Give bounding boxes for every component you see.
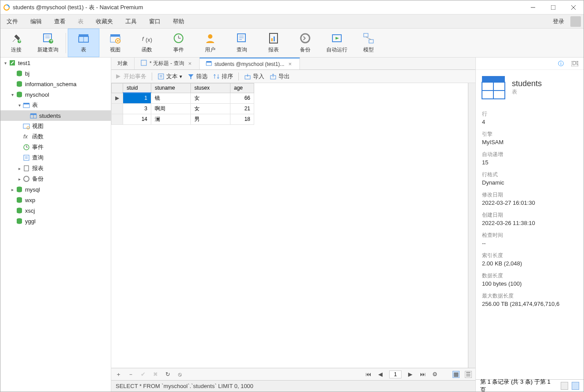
tree-node-test1[interactable]: ▾test1	[0, 58, 111, 68]
cell-age[interactable]: 66	[230, 93, 254, 103]
toolbar-fx-button[interactable]: f(x)函数	[131, 29, 163, 57]
menu-编辑[interactable]: 编辑	[24, 15, 48, 28]
tree-node-wxp[interactable]: wxp	[0, 195, 111, 205]
prev-page-button[interactable]: ◀	[377, 371, 384, 378]
cell-stusex[interactable]: 男	[191, 114, 230, 124]
toolbar-table-button[interactable]: 表	[68, 29, 99, 57]
toolbar-view-button[interactable]: 视图	[99, 29, 131, 57]
settings-button[interactable]: ⚙	[431, 371, 438, 378]
close-button[interactable]	[563, 0, 584, 14]
tree-node-students[interactable]: students	[0, 110, 111, 121]
login-button[interactable]: 登录	[548, 15, 569, 28]
ddl-icon[interactable]: DDL	[571, 60, 578, 67]
cell-stuid[interactable]: 14	[123, 114, 151, 124]
menu-表[interactable]: 表	[72, 15, 90, 28]
refresh-button[interactable]: ↻	[164, 371, 171, 378]
column-header-stuname[interactable]: stuname	[151, 83, 191, 93]
menu-工具[interactable]: 工具	[119, 15, 143, 28]
close-tab-button[interactable]: ×	[287, 61, 293, 67]
toolbar-clock-button[interactable]: 事件	[163, 29, 194, 57]
sort-button[interactable]: 排序	[213, 73, 233, 80]
first-page-button[interactable]: ⏮	[365, 371, 372, 378]
page-input[interactable]	[389, 370, 402, 378]
caret-icon[interactable]: ▾	[2, 61, 8, 65]
sidebar-tree[interactable]: ▾test1bjinformation_schema▾myschool▾表stu…	[0, 58, 111, 392]
panel-mode-2-button[interactable]	[572, 382, 579, 390]
cell-stuid[interactable]: 3	[123, 103, 151, 114]
data-grid[interactable]: stuidstunamestusexage▶1镜女663啊周女2114澜男18	[111, 83, 468, 368]
caret-icon[interactable]: ▸	[9, 187, 15, 192]
filter-button[interactable]: 筛选	[187, 73, 208, 80]
tree-node-备份[interactable]: ▸备份	[0, 174, 111, 184]
cell-stusex[interactable]: 女	[191, 93, 230, 103]
cell-age[interactable]: 18	[230, 114, 254, 124]
cell-stuname[interactable]: 啊周	[151, 103, 191, 114]
apply-button[interactable]: ✔	[139, 371, 146, 378]
tree-node-报表[interactable]: ▸报表	[0, 163, 111, 174]
menu-窗口[interactable]: 窗口	[143, 15, 167, 28]
stop-button[interactable]: ⦸	[176, 371, 183, 378]
svg-text:f: f	[142, 36, 144, 42]
cell-stuid[interactable]: 1	[123, 93, 151, 103]
cancel-button[interactable]: ✖	[152, 371, 159, 378]
toolbar-plug-button[interactable]: +连接	[0, 29, 32, 57]
table-row[interactable]: 3啊周女21	[112, 103, 254, 114]
next-page-button[interactable]: ▶	[407, 371, 414, 378]
caret-icon[interactable]: ▸	[16, 166, 22, 171]
add-row-button[interactable]: ＋	[115, 371, 122, 378]
begin-transaction-button[interactable]: 开始事务	[115, 73, 146, 80]
toolbar-query-button[interactable]: 查询	[226, 29, 258, 57]
cell-age[interactable]: 21	[230, 103, 254, 114]
delete-row-button[interactable]: －	[127, 371, 134, 378]
column-header-age[interactable]: age	[230, 83, 254, 93]
table-row[interactable]: ▶1镜女66	[112, 93, 254, 103]
cell-stuname[interactable]: 澜	[151, 114, 191, 124]
export-button[interactable]: 导出	[270, 73, 290, 80]
menu-帮助[interactable]: 帮助	[167, 15, 190, 28]
report-icon	[22, 164, 30, 172]
avatar-icon[interactable]	[570, 16, 581, 27]
menu-查看[interactable]: 查看	[48, 15, 72, 28]
caret-icon[interactable]: ▸	[16, 177, 22, 181]
tree-node-myschool[interactable]: ▾myschool	[0, 89, 111, 100]
caret-icon[interactable]: ▾	[9, 92, 15, 97]
minimize-button[interactable]	[523, 0, 543, 14]
tab-students @myschool (test1)...[interactable]: students @myschool (test1)...×	[200, 58, 300, 69]
toolbar-user-button[interactable]: 用户	[194, 29, 226, 57]
tree-node-yggl[interactable]: yggl	[0, 216, 111, 226]
tab-* 无标题 - 查询[interactable]: * 无标题 - 查询×	[135, 58, 200, 69]
tree-node-事件[interactable]: 事件	[0, 142, 111, 152]
tree-node-mysql[interactable]: ▸mysql	[0, 184, 111, 195]
tab-对象[interactable]: 对象	[111, 58, 135, 69]
tree-node-查询[interactable]: 查询	[0, 152, 111, 163]
caret-icon[interactable]: ▾	[16, 103, 22, 108]
toolbar-backup-button[interactable]: 备份	[289, 29, 321, 57]
toolbar-report-button[interactable]: 报表	[258, 29, 289, 57]
form-view-button[interactable]: ☰	[465, 371, 472, 378]
toolbar-auto-button[interactable]: 自动运行	[321, 29, 353, 57]
import-button[interactable]: 导入	[244, 73, 264, 80]
tree-node-表[interactable]: ▾表	[0, 100, 111, 110]
tree-node-information_schema[interactable]: information_schema	[0, 79, 111, 89]
grid-view-button[interactable]: ▦	[453, 371, 460, 378]
tree-node-bj[interactable]: bj	[0, 68, 111, 79]
info-icon[interactable]: ⓘ	[557, 60, 564, 67]
panel-mode-1-button[interactable]	[561, 382, 568, 390]
vertical-scrollbar[interactable]	[468, 83, 475, 368]
text-button[interactable]: 文本 ▾	[157, 73, 182, 80]
toolbar-new-query-button[interactable]: +新建查询	[32, 29, 64, 57]
last-page-button[interactable]: ⏭	[419, 371, 426, 378]
column-header-stusex[interactable]: stusex	[191, 83, 230, 93]
maximize-button[interactable]	[543, 0, 563, 14]
tree-node-视图[interactable]: 视图	[0, 121, 111, 131]
table-row[interactable]: 14澜男18	[112, 114, 254, 124]
close-tab-button[interactable]: ×	[187, 60, 193, 67]
column-header-stuid[interactable]: stuid	[123, 83, 151, 93]
tree-node-xscj[interactable]: xscj	[0, 205, 111, 216]
menu-收藏夹[interactable]: 收藏夹	[90, 15, 119, 28]
cell-stusex[interactable]: 女	[191, 103, 230, 114]
toolbar-model-button[interactable]: 模型	[353, 29, 384, 57]
cell-stuname[interactable]: 镜	[151, 93, 191, 103]
menu-文件[interactable]: 文件	[0, 15, 24, 28]
tree-node-函数[interactable]: fx函数	[0, 131, 111, 142]
